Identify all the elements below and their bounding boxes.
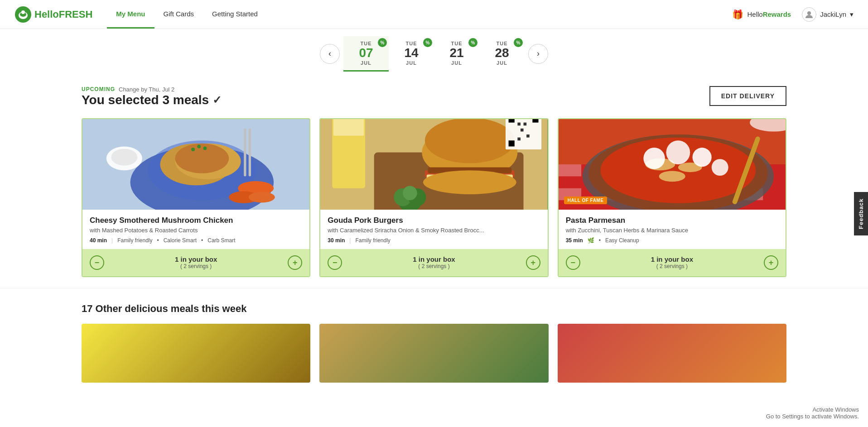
main-nav: My Menu Gift Cards Getting Started [107,0,267,29]
chevron-down-icon: ▾ [850,10,854,19]
svg-rect-43 [518,137,521,140]
svg-rect-19 [244,129,246,177]
meal-card-1: Gouda Pork Burgers with Caramelized Srir… [319,118,548,277]
meal-time-1: 30 min [328,237,345,244]
meal-card-footer-2: − 1 in your box ( 2 servings ) + [559,249,786,276]
meal-tag-0-2: Carb Smart [207,237,235,244]
other-meals-section: 17 Other delicious meals this week [0,288,868,383]
svg-point-13 [249,192,275,202]
meal-card-body-0: Cheesy Smothered Mushroom Chicken with M… [82,210,309,244]
meal-tags-1: 30 min | Family friendly [328,237,540,244]
main-content: UPCOMING Change by Thu, Jul 2 You select… [0,72,868,288]
edit-delivery-button[interactable]: EDIT DELIVERY [709,86,786,106]
in-box-main-2: 1 in your box [580,255,764,263]
meal-card-2: HALL OF FAME Pasta Parmesan with Zucchin… [558,118,786,277]
meal-tags-2: 35 min 🌿 • Easy Cleanup [566,237,778,244]
svg-point-3 [21,10,25,14]
percent-badge-1: % [423,38,432,47]
meal-subtitle-2: with Zucchini, Tuscan Herbs & Marinara S… [566,227,778,234]
svg-rect-46 [559,164,581,176]
other-meal-card-1[interactable] [319,324,548,383]
increase-qty-1[interactable]: + [526,255,540,270]
meal-card-footer-1: − 1 in your box ( 2 servings ) + [320,249,547,276]
header: HelloFRESH My Menu Gift Cards Getting St… [0,0,868,29]
meal-tag-1-0: Family friendly [355,237,390,244]
checkmark-icon: ✓ [212,94,222,106]
svg-point-15 [197,144,201,148]
meal-tag-0-0: Family friendly [117,237,152,244]
meal-title-0: Cheesy Smothered Mushroom Chicken [90,216,302,225]
svg-rect-42 [526,134,530,138]
svg-point-18 [111,149,137,165]
decrease-qty-2[interactable]: − [566,255,580,270]
meal-tag-0-1: Calorie Smart [164,237,197,244]
hall-of-fame-badge: HALL OF FAME [564,197,608,204]
meal-card-body-2: Pasta Parmesan with Zucchini, Tuscan Her… [559,210,786,244]
nav-gift-cards[interactable]: Gift Cards [154,0,203,29]
in-box-servings-2: ( 2 servings ) [580,263,764,269]
decrease-qty-0[interactable]: − [90,255,104,270]
svg-rect-40 [524,122,527,125]
feedback-tab[interactable]: Feedback [854,192,868,235]
svg-rect-37 [533,119,539,123]
meal-tags-0: 40 min | Family friendly • Calorie Smart… [90,237,302,244]
date-tab-2[interactable]: TUE 21 JUL % [434,36,479,72]
in-box-servings-0: ( 2 servings ) [104,263,288,269]
nav-my-menu[interactable]: My Menu [107,0,154,29]
svg-point-4 [807,11,811,15]
header-right: 🎁 HelloRewards JackiLyn ▾ [732,7,854,22]
user-avatar-icon [802,7,816,22]
meal-tag-2-0: Easy Cleanup [605,237,639,244]
decrease-qty-1[interactable]: − [328,255,342,270]
other-meals-title: 17 Other delicious meals this week [82,303,786,315]
percent-badge-2: % [468,38,477,47]
gift-icon: 🎁 [732,9,743,20]
date-tab-0[interactable]: TUE 07 JUL % [343,36,389,72]
logo-icon [14,6,32,23]
increase-qty-0[interactable]: + [288,255,302,270]
upcoming-label: UPCOMING [82,86,115,92]
logo[interactable]: HelloFRESH [14,6,92,23]
meal-title-1: Gouda Pork Burgers [328,216,540,225]
meal-image-2: HALL OF FAME [559,119,786,210]
svg-rect-36 [509,119,515,123]
svg-point-26 [425,119,515,163]
upcoming-row: UPCOMING Change by Thu, Jul 2 You select… [82,86,786,107]
nav-getting-started[interactable]: Getting Started [203,0,267,29]
date-tab-3[interactable]: TUE 28 JUL % [479,36,525,72]
date-next-button[interactable]: › [528,44,548,64]
svg-rect-23 [333,119,364,136]
other-meals-row [82,324,786,383]
meal-card-footer-0: − 1 in your box ( 2 servings ) + [82,249,309,276]
svg-point-16 [203,146,207,150]
hello-rewards[interactable]: 🎁 HelloRewards [732,9,791,20]
svg-rect-39 [518,122,521,125]
meal-subtitle-0: with Mashed Potatoes & Roasted Carrots [90,227,302,234]
other-meal-card-2[interactable] [558,324,786,383]
meal-image-0 [82,119,309,210]
svg-point-65 [711,159,728,176]
meal-image-1 [320,119,547,210]
percent-badge-0: % [378,38,387,47]
svg-point-34 [403,186,417,200]
leaf-icon: 🌿 [588,237,594,244]
user-menu[interactable]: JackiLyn ▾ [802,7,854,22]
date-prev-button[interactable]: ‹ [320,44,340,64]
date-tab-1[interactable]: TUE 14 JUL % [389,36,434,72]
svg-point-62 [643,148,665,169]
change-by-text: Change by Thu, Jul 2 [119,86,174,93]
svg-rect-41 [521,129,524,132]
other-meal-card-0[interactable] [82,324,310,383]
svg-point-63 [666,140,690,164]
logo-hello: Hello [34,9,59,20]
selected-meals-text: You selected 3 meals [82,93,209,107]
in-box-main-1: 1 in your box [342,255,526,263]
logo-fresh: FRESH [59,9,93,20]
meal-card-0: Cheesy Smothered Mushroom Chicken with M… [82,118,310,277]
increase-qty-2[interactable]: + [764,255,778,270]
svg-point-30 [423,170,516,194]
selected-meals-title: You selected 3 meals ✓ [82,93,222,107]
meal-subtitle-1: with Caramelized Sriracha Onion & Smoky … [328,227,540,234]
svg-point-14 [191,148,195,151]
svg-rect-38 [509,140,515,146]
